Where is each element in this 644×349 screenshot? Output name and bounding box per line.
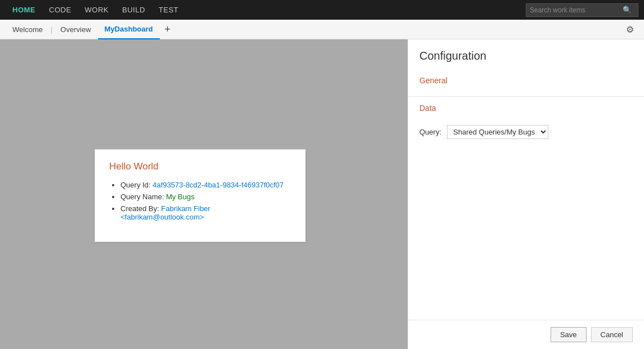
cancel-button[interactable]: Cancel	[591, 327, 633, 342]
add-dashboard-button[interactable]: +	[160, 21, 176, 37]
subnav-mydashboard[interactable]: MyDashboard	[98, 20, 160, 39]
top-navigation: HOME CODE WORK BUILD TEST 🔍	[0, 0, 644, 20]
list-item: Query Name: My Bugs	[120, 193, 291, 201]
sub-navigation: Welcome | Overview MyDashboard + ⚙	[0, 20, 644, 39]
created-by-label: Created By:	[120, 204, 161, 213]
nav-build[interactable]: BUILD	[115, 0, 152, 20]
config-panel: Configuration General Data Query: Shared…	[408, 39, 644, 349]
nav-test[interactable]: TEST	[152, 0, 185, 20]
query-name-label: Query Name:	[120, 193, 166, 201]
nav-code[interactable]: CODE	[42, 0, 78, 20]
config-footer: Save Cancel	[408, 320, 644, 349]
list-item: Created By: Fabrikam Fiber <fabrikam@out…	[120, 204, 291, 221]
hello-world-widget: Hello World Query Id: 4af93573-8cd2-4ba1…	[95, 149, 306, 242]
subnav-welcome[interactable]: Welcome	[6, 20, 50, 39]
nav-home[interactable]: HOME	[6, 0, 42, 20]
save-button[interactable]: Save	[551, 327, 587, 342]
top-nav-right: 🔍	[526, 3, 638, 17]
list-item: Query Id: 4af93573-8cd2-4ba1-9834-f46937…	[120, 181, 291, 189]
query-label: Query:	[419, 128, 441, 136]
main-container: Hello World Query Id: 4af93573-8cd2-4ba1…	[0, 39, 644, 349]
query-name-value: My Bugs	[166, 193, 195, 201]
gear-button[interactable]: ⚙	[621, 21, 638, 38]
subnav-divider: |	[51, 25, 52, 34]
config-data-section: Data Query: Shared Queries/My Bugs Share…	[408, 97, 644, 146]
search-icon: 🔍	[623, 6, 632, 14]
dashboard-area: Hello World Query Id: 4af93573-8cd2-4ba1…	[0, 39, 408, 349]
gear-icon: ⚙	[626, 24, 634, 35]
widget-title: Hello World	[109, 161, 291, 172]
subnav-overview[interactable]: Overview	[53, 20, 97, 39]
query-id-label: Query Id:	[120, 181, 153, 189]
query-select[interactable]: Shared Queries/My Bugs Shared Queries/Al…	[447, 125, 548, 139]
config-general-label: General	[419, 76, 633, 90]
config-query-row: Query: Shared Queries/My Bugs Shared Que…	[419, 125, 633, 139]
search-input[interactable]	[530, 6, 623, 14]
widget-list: Query Id: 4af93573-8cd2-4ba1-9834-f46937…	[109, 181, 291, 221]
config-title: Configuration	[408, 39, 644, 69]
search-box: 🔍	[526, 3, 638, 17]
config-general-section: General	[408, 69, 644, 97]
config-data-label: Data	[419, 104, 633, 117]
nav-work[interactable]: WORK	[78, 0, 115, 20]
query-id-value: 4af93573-8cd2-4ba1-9834-f46937f0cf07	[153, 181, 284, 189]
